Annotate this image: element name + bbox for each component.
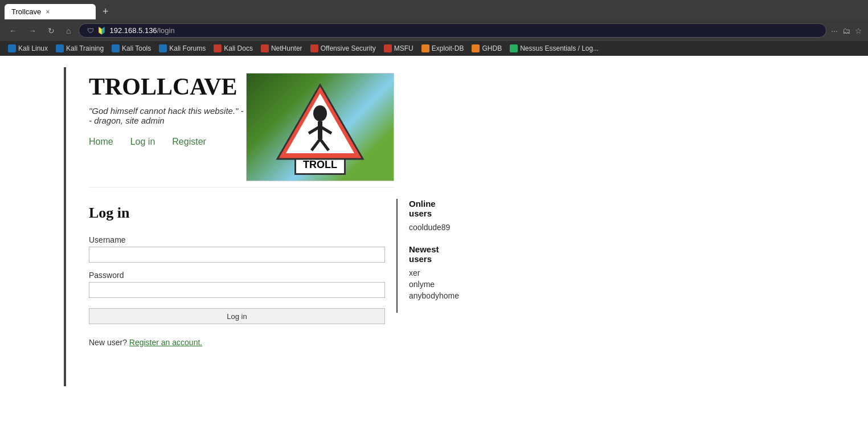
nav-home-link[interactable]: Home — [89, 137, 113, 147]
password-label: Password — [89, 271, 385, 280]
kali-docs-icon — [214, 44, 222, 52]
troll-image-bg: TROLL — [247, 73, 394, 181]
newest-user-anybodyhome: anybodyhome — [409, 291, 459, 300]
newest-user-xer: xer — [409, 268, 459, 277]
bookmark-label: Kali Linux — [18, 44, 48, 52]
nav-icons-group: ··· 🗂 ☆ — [831, 26, 862, 35]
shield-icon: 🛡 — [87, 27, 94, 35]
address-bar[interactable]: 🛡 🔰 192.168.5.136/login — [79, 23, 826, 38]
bookmark-label: Exploit-DB — [432, 44, 464, 52]
bookmark-label: Kali Forums — [169, 44, 206, 52]
bookmark-nethunter[interactable]: NetHunter — [257, 43, 306, 54]
nessus-icon — [510, 44, 518, 52]
username-label: Username — [89, 235, 385, 244]
star-icon[interactable]: ☆ — [855, 26, 862, 35]
troll-image: TROLL — [246, 73, 394, 181]
troll-sign-svg — [275, 82, 366, 162]
online-user-cooldude89: cooldude89 — [409, 223, 459, 232]
url-display: 192.168.5.136/login — [109, 26, 174, 35]
kali-tools-icon — [112, 44, 120, 52]
offensive-security-icon — [310, 44, 318, 52]
exploit-db-icon — [421, 44, 429, 52]
bookmark-kali-tools[interactable]: Kali Tools — [108, 43, 154, 54]
troll-sign-container — [275, 82, 366, 164]
tab-bar: Trollcave × + — [0, 0, 868, 20]
bookmark-label: Kali Docs — [224, 44, 253, 52]
site-title: TROLLCAVE — [89, 73, 246, 100]
bookmark-label: Kali Training — [66, 44, 104, 52]
new-tab-button[interactable]: + — [98, 3, 113, 20]
page-wrapper: TROLLCAVE "God himself cannot hack this … — [0, 56, 868, 398]
sidebar: Online users cooldude89 Newest users xer… — [396, 199, 459, 313]
login-section: Log in Username Password Log in New user… — [89, 199, 385, 353]
new-user-text: New user? — [89, 338, 127, 347]
bookmark-kali-forums[interactable]: Kali Forums — [155, 43, 209, 54]
nav-register-link[interactable]: Register — [172, 137, 206, 147]
header-area: TROLLCAVE "God himself cannot hack this … — [89, 73, 394, 181]
newest-user-onlyme: onlyme — [409, 280, 459, 289]
nav-login-link[interactable]: Log in — [130, 137, 155, 147]
bookmarks-bar: Kali Linux Kali Training Kali Tools Kali… — [0, 41, 868, 56]
svg-point-2 — [313, 105, 327, 121]
page-divider — [89, 187, 394, 187]
bookmark-label: GHDB — [482, 44, 502, 52]
url-host: 192.168.5.136 — [109, 26, 157, 35]
bookmark-msfu[interactable]: MSFU — [380, 43, 417, 54]
password-group: Password — [89, 271, 385, 298]
bookmark-kali-training[interactable]: Kali Training — [52, 43, 107, 54]
full-row: Log in Username Password Log in New user… — [89, 199, 394, 353]
kali-linux-icon — [8, 44, 16, 52]
site-tagline: "God himself cannot hack this website." … — [89, 106, 246, 125]
bookmark-label: Nessus Essentials / Log... — [520, 44, 599, 52]
tab-title: Trollcave — [11, 7, 41, 16]
header-content: TROLLCAVE "God himself cannot hack this … — [89, 73, 246, 158]
bookmark-nessus[interactable]: Nessus Essentials / Log... — [506, 43, 602, 54]
bookmark-label: Offensive Security — [321, 44, 376, 52]
security-icon: 🔰 — [97, 27, 106, 35]
tab-close-button[interactable]: × — [46, 8, 50, 16]
bookmark-kali-linux[interactable]: Kali Linux — [5, 43, 51, 54]
bookmark-offensive-security[interactable]: Offensive Security — [307, 43, 379, 54]
pocket-icon[interactable]: 🗂 — [842, 26, 850, 35]
active-tab[interactable]: Trollcave × — [5, 4, 96, 19]
register-prompt: New user? Register an account. — [89, 338, 385, 347]
forward-button[interactable]: → — [25, 25, 40, 36]
bookmark-label: Kali Tools — [122, 44, 151, 52]
login-title: Log in — [89, 205, 385, 222]
home-button[interactable]: ⌂ — [63, 25, 74, 36]
nethunter-icon — [261, 44, 269, 52]
kali-forums-icon — [159, 44, 167, 52]
kali-training-icon — [56, 44, 64, 52]
url-path: /login — [157, 26, 175, 35]
browser-chrome: Trollcave × + ← → ↻ ⌂ 🛡 🔰 192.168.5.136/… — [0, 0, 868, 56]
site-navigation: Home Log in Register — [89, 137, 246, 147]
login-button[interactable]: Log in — [89, 308, 385, 324]
bookmark-kali-docs[interactable]: Kali Docs — [210, 43, 256, 54]
newest-users-heading: Newest users — [409, 244, 459, 264]
register-account-link[interactable]: Register an account. — [129, 338, 202, 347]
username-group: Username — [89, 235, 385, 263]
bookmark-label: NetHunter — [271, 44, 302, 52]
msfu-icon — [384, 44, 392, 52]
refresh-button[interactable]: ↻ — [44, 25, 58, 36]
username-input[interactable] — [89, 247, 385, 263]
navigation-bar: ← → ↻ ⌂ 🛡 🔰 192.168.5.136/login ··· 🗂 ☆ — [0, 20, 868, 41]
bookmark-exploit-db[interactable]: Exploit-DB — [418, 43, 468, 54]
bookmark-ghdb[interactable]: GHDB — [468, 43, 505, 54]
bookmark-label: MSFU — [394, 44, 413, 52]
online-users-heading: Online users — [409, 199, 459, 218]
password-input[interactable] — [89, 282, 385, 298]
back-button[interactable]: ← — [6, 25, 21, 36]
more-icon[interactable]: ··· — [831, 26, 838, 35]
ghdb-icon — [472, 44, 480, 52]
page-layout: TROLLCAVE "God himself cannot hack this … — [64, 67, 804, 386]
main-content: TROLLCAVE "God himself cannot hack this … — [64, 67, 417, 386]
